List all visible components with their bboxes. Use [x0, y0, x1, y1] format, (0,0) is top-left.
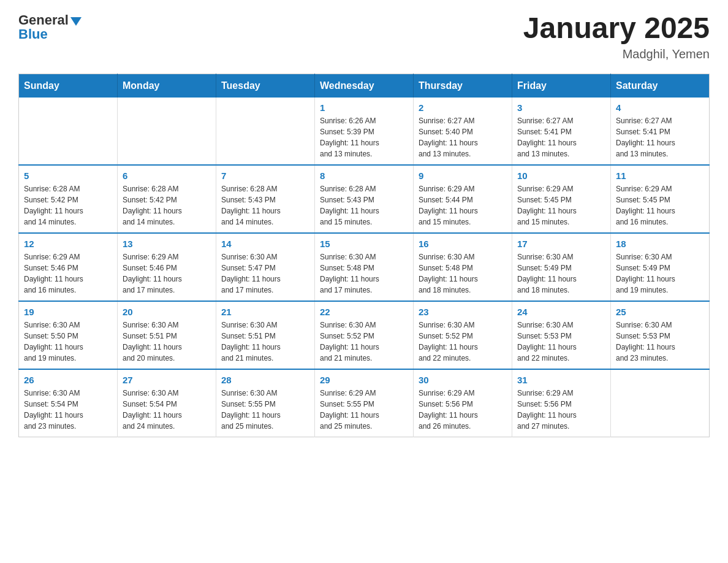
calendar-header: SundayMondayTuesdayWednesdayThursdayFrid…: [19, 74, 710, 98]
week-row-2: 5Sunrise: 6:28 AM Sunset: 5:42 PM Daylig…: [19, 165, 710, 233]
day-number: 13: [123, 239, 211, 249]
calendar-cell: 2Sunrise: 6:27 AM Sunset: 5:40 PM Daylig…: [414, 98, 512, 165]
calendar-cell: 19Sunrise: 6:30 AM Sunset: 5:50 PM Dayli…: [19, 301, 118, 369]
calendar-cell: 5Sunrise: 6:28 AM Sunset: 5:42 PM Daylig…: [19, 165, 118, 233]
day-info: Sunrise: 6:27 AM Sunset: 5:40 PM Dayligh…: [419, 115, 507, 159]
day-info: Sunrise: 6:30 AM Sunset: 5:48 PM Dayligh…: [419, 251, 507, 296]
day-number: 30: [419, 375, 507, 385]
calendar-cell: [216, 98, 315, 165]
day-info: Sunrise: 6:30 AM Sunset: 5:51 PM Dayligh…: [221, 320, 309, 364]
day-number: 25: [616, 307, 704, 317]
day-info: Sunrise: 6:30 AM Sunset: 5:49 PM Dayligh…: [616, 251, 704, 296]
calendar-cell: 12Sunrise: 6:29 AM Sunset: 5:46 PM Dayli…: [19, 233, 118, 301]
week-row-1: 1Sunrise: 6:26 AM Sunset: 5:39 PM Daylig…: [19, 98, 710, 165]
day-info: Sunrise: 6:30 AM Sunset: 5:49 PM Dayligh…: [517, 251, 605, 296]
day-header-sunday: Sunday: [19, 74, 118, 98]
calendar-cell: 3Sunrise: 6:27 AM Sunset: 5:41 PM Daylig…: [512, 98, 611, 165]
logo-triangle-icon: [70, 17, 82, 26]
day-number: 10: [517, 170, 605, 181]
calendar-body: 1Sunrise: 6:26 AM Sunset: 5:39 PM Daylig…: [19, 98, 710, 437]
day-info: Sunrise: 6:29 AM Sunset: 5:46 PM Dayligh…: [123, 251, 211, 296]
calendar-cell: 15Sunrise: 6:30 AM Sunset: 5:48 PM Dayli…: [315, 233, 414, 301]
calendar-cell: 8Sunrise: 6:28 AM Sunset: 5:43 PM Daylig…: [315, 165, 414, 233]
day-number: 23: [419, 307, 507, 317]
day-headers-row: SundayMondayTuesdayWednesdayThursdayFrid…: [19, 74, 710, 98]
calendar-cell: 30Sunrise: 6:29 AM Sunset: 5:56 PM Dayli…: [414, 369, 512, 437]
calendar-cell: 1Sunrise: 6:26 AM Sunset: 5:39 PM Daylig…: [315, 98, 414, 165]
calendar-cell: 7Sunrise: 6:28 AM Sunset: 5:43 PM Daylig…: [216, 165, 315, 233]
day-number: 24: [517, 307, 605, 317]
day-info: Sunrise: 6:29 AM Sunset: 5:56 PM Dayligh…: [419, 388, 507, 432]
calendar-cell: [118, 98, 216, 165]
day-info: Sunrise: 6:27 AM Sunset: 5:41 PM Dayligh…: [517, 115, 605, 159]
day-info: Sunrise: 6:29 AM Sunset: 5:45 PM Dayligh…: [517, 183, 605, 228]
calendar-cell: 20Sunrise: 6:30 AM Sunset: 5:51 PM Dayli…: [118, 301, 216, 369]
day-header-thursday: Thursday: [414, 74, 512, 98]
day-info: Sunrise: 6:28 AM Sunset: 5:42 PM Dayligh…: [24, 183, 112, 228]
calendar-cell: 14Sunrise: 6:30 AM Sunset: 5:47 PM Dayli…: [216, 233, 315, 301]
calendar-cell: 17Sunrise: 6:30 AM Sunset: 5:49 PM Dayli…: [512, 233, 611, 301]
day-number: 4: [616, 102, 704, 113]
calendar-table: SundayMondayTuesdayWednesdayThursdayFrid…: [18, 74, 710, 437]
calendar-cell: 28Sunrise: 6:30 AM Sunset: 5:55 PM Dayli…: [216, 369, 315, 437]
calendar-cell: 10Sunrise: 6:29 AM Sunset: 5:45 PM Dayli…: [512, 165, 611, 233]
day-info: Sunrise: 6:30 AM Sunset: 5:47 PM Dayligh…: [221, 251, 309, 296]
day-info: Sunrise: 6:30 AM Sunset: 5:54 PM Dayligh…: [24, 388, 112, 432]
day-header-monday: Monday: [118, 74, 216, 98]
day-number: 18: [616, 239, 704, 249]
calendar-cell: [611, 369, 710, 437]
day-info: Sunrise: 6:26 AM Sunset: 5:39 PM Dayligh…: [320, 115, 408, 159]
day-info: Sunrise: 6:30 AM Sunset: 5:50 PM Dayligh…: [24, 320, 112, 364]
day-header-saturday: Saturday: [611, 74, 710, 98]
page-header: General Blue January 2025 Madghil, Yemen: [18, 12, 710, 61]
day-info: Sunrise: 6:30 AM Sunset: 5:52 PM Dayligh…: [419, 320, 507, 364]
day-info: Sunrise: 6:28 AM Sunset: 5:43 PM Dayligh…: [320, 183, 408, 228]
day-number: 14: [221, 239, 309, 249]
calendar-cell: 9Sunrise: 6:29 AM Sunset: 5:44 PM Daylig…: [414, 165, 512, 233]
calendar-cell: 31Sunrise: 6:29 AM Sunset: 5:56 PM Dayli…: [512, 369, 611, 437]
calendar-cell: 4Sunrise: 6:27 AM Sunset: 5:41 PM Daylig…: [611, 98, 710, 165]
day-number: 5: [24, 170, 112, 181]
calendar-cell: 21Sunrise: 6:30 AM Sunset: 5:51 PM Dayli…: [216, 301, 315, 369]
calendar-cell: 29Sunrise: 6:29 AM Sunset: 5:55 PM Dayli…: [315, 369, 414, 437]
day-info: Sunrise: 6:30 AM Sunset: 5:48 PM Dayligh…: [320, 251, 408, 296]
calendar-cell: 26Sunrise: 6:30 AM Sunset: 5:54 PM Dayli…: [19, 369, 118, 437]
day-number: 22: [320, 307, 408, 317]
day-info: Sunrise: 6:29 AM Sunset: 5:46 PM Dayligh…: [24, 251, 112, 296]
title-block: January 2025 Madghil, Yemen: [523, 12, 710, 61]
day-number: 27: [123, 375, 211, 385]
day-info: Sunrise: 6:29 AM Sunset: 5:56 PM Dayligh…: [517, 388, 605, 432]
day-info: Sunrise: 6:29 AM Sunset: 5:44 PM Dayligh…: [419, 183, 507, 228]
location-label: Madghil, Yemen: [523, 47, 710, 61]
day-info: Sunrise: 6:29 AM Sunset: 5:55 PM Dayligh…: [320, 388, 408, 432]
month-title: January 2025: [523, 12, 710, 45]
day-header-tuesday: Tuesday: [216, 74, 315, 98]
day-number: 15: [320, 239, 408, 249]
day-number: 1: [320, 102, 408, 113]
calendar-cell: 23Sunrise: 6:30 AM Sunset: 5:52 PM Dayli…: [414, 301, 512, 369]
day-number: 17: [517, 239, 605, 249]
day-header-wednesday: Wednesday: [315, 74, 414, 98]
day-number: 6: [123, 170, 211, 181]
logo-blue-text: Blue: [18, 26, 48, 42]
day-info: Sunrise: 6:28 AM Sunset: 5:42 PM Dayligh…: [123, 183, 211, 228]
day-number: 20: [123, 307, 211, 317]
day-number: 12: [24, 239, 112, 249]
day-number: 21: [221, 307, 309, 317]
day-number: 16: [419, 239, 507, 249]
day-number: 11: [616, 170, 704, 181]
day-number: 19: [24, 307, 112, 317]
day-number: 3: [517, 102, 605, 113]
calendar-cell: 22Sunrise: 6:30 AM Sunset: 5:52 PM Dayli…: [315, 301, 414, 369]
day-number: 8: [320, 170, 408, 181]
day-number: 2: [419, 102, 507, 113]
calendar-cell: 25Sunrise: 6:30 AM Sunset: 5:53 PM Dayli…: [611, 301, 710, 369]
day-info: Sunrise: 6:30 AM Sunset: 5:53 PM Dayligh…: [517, 320, 605, 364]
calendar-cell: [19, 98, 118, 165]
calendar-cell: 18Sunrise: 6:30 AM Sunset: 5:49 PM Dayli…: [611, 233, 710, 301]
day-info: Sunrise: 6:30 AM Sunset: 5:54 PM Dayligh…: [123, 388, 211, 432]
calendar-cell: 16Sunrise: 6:30 AM Sunset: 5:48 PM Dayli…: [414, 233, 512, 301]
day-info: Sunrise: 6:29 AM Sunset: 5:45 PM Dayligh…: [616, 183, 704, 228]
calendar-cell: 24Sunrise: 6:30 AM Sunset: 5:53 PM Dayli…: [512, 301, 611, 369]
day-info: Sunrise: 6:27 AM Sunset: 5:41 PM Dayligh…: [616, 115, 704, 159]
